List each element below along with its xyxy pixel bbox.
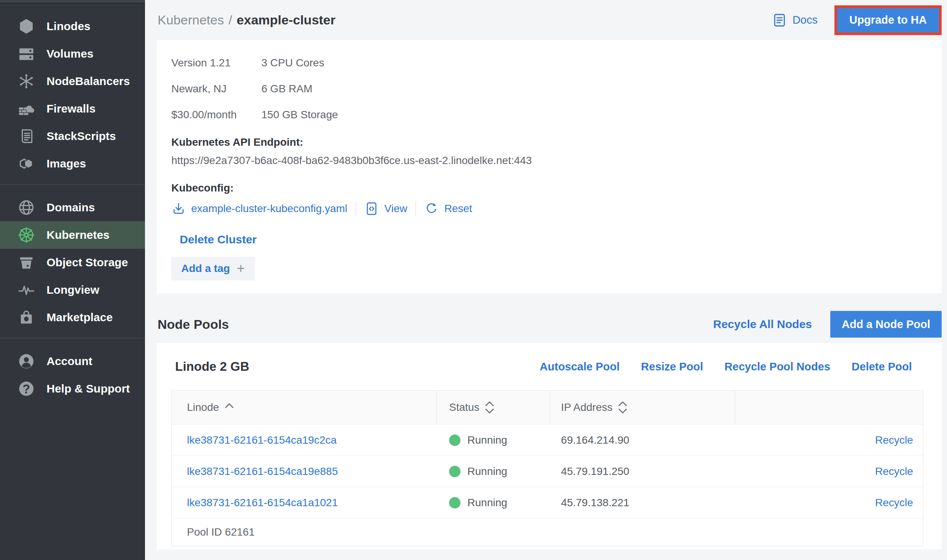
sidebar-item-longview[interactable]: Longview bbox=[0, 276, 145, 304]
column-label: IP Address bbox=[561, 401, 612, 414]
nodebalancers-icon bbox=[18, 72, 35, 90]
cluster-region: Newark, NJ bbox=[171, 83, 261, 95]
cluster-cpu: 3 CPU Cores bbox=[261, 57, 338, 69]
sidebar-top-strip bbox=[0, 0, 145, 3]
sidebar-item-label: Domains bbox=[47, 201, 95, 214]
node-table: Linode Status IP Address lke38731-62161-… bbox=[171, 390, 923, 546]
sidebar-item-label: Longview bbox=[47, 283, 99, 296]
node-pools-actions: Recycle All Nodes Add a Node Pool bbox=[713, 311, 942, 338]
sort-both-icon bbox=[618, 401, 627, 414]
cluster-storage: 150 GB Storage bbox=[261, 109, 338, 121]
sidebar-item-images[interactable]: Images bbox=[0, 150, 145, 177]
divider bbox=[356, 201, 356, 216]
node-status: Running bbox=[437, 465, 550, 478]
sidebar-item-label: NodeBalancers bbox=[47, 75, 130, 88]
node-action: Recycle bbox=[735, 434, 923, 446]
sidebar-item-volumes[interactable]: Volumes bbox=[0, 40, 145, 68]
header-actions: Docs Upgrade to HA bbox=[772, 5, 942, 35]
reset-icon bbox=[424, 201, 439, 216]
recycle-link[interactable]: Recycle bbox=[875, 434, 913, 446]
page-title: example-cluster bbox=[237, 13, 335, 27]
recycle-link[interactable]: Recycle bbox=[875, 465, 913, 478]
cluster-price: $30.00/month bbox=[171, 109, 261, 121]
node-ip: 45.79.138.221 bbox=[550, 497, 735, 509]
recycle-pool-nodes-link[interactable]: Recycle Pool Nodes bbox=[725, 360, 830, 373]
sidebar-item-marketplace[interactable]: Marketplace bbox=[0, 304, 145, 331]
cluster-version: Version 1.21 bbox=[171, 57, 261, 69]
divider bbox=[416, 201, 416, 216]
sidebar-item-nodebalancers[interactable]: NodeBalancers bbox=[0, 68, 145, 95]
sidebar-item-linodes[interactable]: Linodes bbox=[0, 13, 145, 40]
status-label: Running bbox=[467, 434, 507, 446]
sidebar-item-account[interactable]: Account bbox=[0, 348, 145, 375]
domains-icon bbox=[18, 199, 35, 216]
delete-cluster-link[interactable]: Delete Cluster bbox=[180, 233, 257, 246]
kubernetes-icon bbox=[18, 226, 35, 244]
kubeconfig-label: Kubeconfig: bbox=[171, 182, 926, 194]
app-window: Linodes Volumes NodeBalancers Firewalls … bbox=[0, 0, 947, 560]
sidebar-item-label: Marketplace bbox=[47, 311, 113, 324]
delete-pool-link[interactable]: Delete Pool bbox=[852, 360, 912, 373]
sidebar-item-object-storage[interactable]: Object Storage bbox=[0, 249, 145, 276]
sidebar-item-kubernetes[interactable]: Kubernetes bbox=[0, 221, 145, 249]
images-icon bbox=[18, 155, 35, 172]
kubeconfig-reset-link[interactable]: Reset bbox=[424, 201, 472, 216]
recycle-all-nodes-link[interactable]: Recycle All Nodes bbox=[713, 318, 812, 331]
sidebar-item-label: Firewalls bbox=[47, 102, 95, 115]
main-content: Kubernetes / example-cluster Docs Upgrad… bbox=[145, 0, 947, 560]
upgrade-to-ha-button[interactable]: Upgrade to HA bbox=[837, 8, 939, 32]
add-tag-button[interactable]: Add a tag + bbox=[171, 257, 255, 280]
sidebar-item-stackscripts[interactable]: StackScripts bbox=[0, 122, 145, 150]
table-row: lke38731-62161-6154ca19e885 Running 45.7… bbox=[172, 455, 923, 487]
node-pools-header: Node Pools Recycle All Nodes Add a Node … bbox=[145, 311, 947, 338]
node-pool-card: Linode 2 GB Autoscale Pool Resize Pool R… bbox=[157, 343, 942, 549]
linodes-icon bbox=[18, 18, 35, 35]
table-row: lke38731-62161-6154ca1a1021 Running 45.7… bbox=[172, 487, 923, 518]
cluster-ram: 6 GB RAM bbox=[261, 83, 338, 95]
sidebar: Linodes Volumes NodeBalancers Firewalls … bbox=[0, 0, 145, 560]
docs-label: Docs bbox=[792, 14, 818, 26]
kubeconfig-download-link[interactable]: example-cluster-kubeconfig.yaml bbox=[171, 201, 347, 216]
add-node-pool-button[interactable]: Add a Node Pool bbox=[830, 311, 942, 338]
column-label: Linode bbox=[187, 401, 219, 414]
node-link[interactable]: lke38731-62161-6154ca1a1021 bbox=[172, 497, 437, 509]
volumes-icon bbox=[18, 45, 35, 63]
sidebar-item-help-support[interactable]: ? Help & Support bbox=[0, 375, 145, 402]
kubeconfig-view-link[interactable]: View bbox=[364, 201, 407, 216]
node-status: Running bbox=[437, 497, 550, 509]
column-header-ip-address[interactable]: IP Address bbox=[550, 391, 735, 424]
sidebar-item-label: Account bbox=[47, 355, 92, 368]
node-link[interactable]: lke38731-62161-6154ca19e885 bbox=[172, 465, 437, 478]
column-header-linode[interactable]: Linode bbox=[172, 391, 437, 424]
recycle-link[interactable]: Recycle bbox=[875, 497, 913, 509]
autoscale-pool-link[interactable]: Autoscale Pool bbox=[540, 360, 620, 373]
cluster-summary-card: Version 1.21 3 CPU Cores Newark, NJ 6 GB… bbox=[157, 40, 942, 293]
svg-text:?: ? bbox=[23, 382, 30, 396]
column-header-actions bbox=[735, 391, 923, 424]
reset-label: Reset bbox=[444, 203, 472, 215]
node-link[interactable]: lke38731-62161-6154ca19c2ca bbox=[172, 434, 437, 446]
pool-actions: Autoscale Pool Resize Pool Recycle Pool … bbox=[540, 360, 912, 373]
sidebar-item-firewalls[interactable]: Firewalls bbox=[0, 95, 145, 122]
sidebar-item-label: Kubernetes bbox=[47, 229, 110, 241]
help-icon: ? bbox=[18, 380, 35, 397]
sidebar-item-label: Object Storage bbox=[47, 256, 128, 269]
breadcrumb-section-link[interactable]: Kubernetes bbox=[158, 13, 224, 27]
docs-icon bbox=[772, 13, 787, 28]
column-header-status[interactable]: Status bbox=[437, 391, 550, 424]
firewalls-icon bbox=[18, 100, 35, 117]
pool-header: Linode 2 GB Autoscale Pool Resize Pool R… bbox=[171, 343, 923, 390]
breadcrumb-separator: / bbox=[229, 13, 232, 27]
status-label: Running bbox=[467, 497, 507, 509]
pool-id-footer: Pool ID 62161 bbox=[172, 518, 923, 546]
page-header: Kubernetes / example-cluster Docs Upgrad… bbox=[145, 0, 947, 40]
docs-link[interactable]: Docs bbox=[772, 13, 818, 28]
longview-icon bbox=[18, 281, 35, 299]
resize-pool-link[interactable]: Resize Pool bbox=[641, 360, 703, 373]
cluster-specs: Version 1.21 3 CPU Cores Newark, NJ 6 GB… bbox=[171, 57, 926, 121]
api-endpoint-label: Kubernetes API Endpoint: bbox=[171, 136, 926, 148]
sidebar-item-label: Linodes bbox=[47, 20, 90, 33]
status-dot-running bbox=[449, 434, 461, 446]
sidebar-item-label: Help & Support bbox=[47, 382, 130, 395]
sidebar-item-domains[interactable]: Domains bbox=[0, 194, 145, 221]
